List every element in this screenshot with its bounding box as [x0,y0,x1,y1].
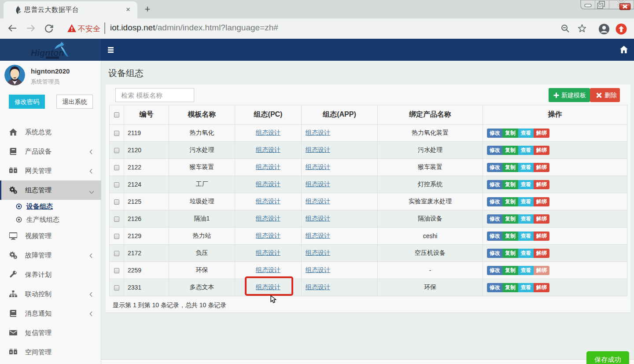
svg-text:Hignton: Hignton [31,48,64,58]
